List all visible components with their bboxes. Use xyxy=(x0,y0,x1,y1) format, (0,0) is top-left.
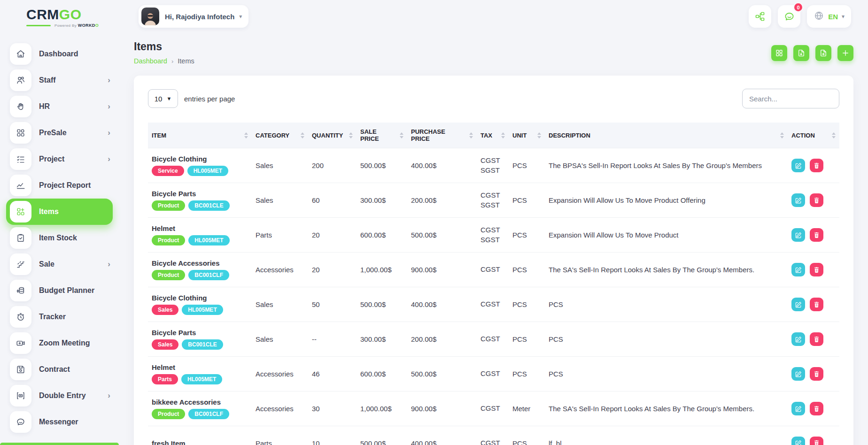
page-title: Items xyxy=(134,40,194,53)
sidebar-item-sale[interactable]: Sale › xyxy=(0,251,119,277)
item-name: fresh Item xyxy=(152,439,248,445)
chevron-right-icon: › xyxy=(108,391,110,400)
item-category: Sales xyxy=(252,183,308,218)
item-tax: CGST xyxy=(477,253,509,287)
item-purchase-price: 400.00$ xyxy=(407,148,477,183)
sidebar-item-items[interactable]: Items xyxy=(6,199,113,225)
sidebar-item-hr[interactable]: HR › xyxy=(0,93,119,120)
sidebar-item-project[interactable]: Project › xyxy=(0,146,119,172)
delete-button[interactable] xyxy=(810,159,823,172)
language-selector[interactable]: EN ▾ xyxy=(807,5,851,28)
delete-button[interactable] xyxy=(810,402,823,415)
logo-underline xyxy=(26,25,51,26)
column-header-description[interactable]: DESCRIPTION xyxy=(545,123,788,148)
item-description: PCS xyxy=(545,357,788,391)
home-icon xyxy=(10,43,31,65)
item-purchase-price: 900.00$ xyxy=(407,253,477,287)
item-type-badge: Product xyxy=(152,409,185,419)
grid-view-button[interactable] xyxy=(771,45,787,61)
item-name: bikkeee Accessories xyxy=(152,398,248,406)
add-item-button[interactable] xyxy=(837,45,853,61)
sidebar: CRMGO Powered By WORKDO Dashboard Staff … xyxy=(0,0,119,445)
sidebar-item-tracker[interactable]: Tracker xyxy=(0,304,119,330)
language-value: EN xyxy=(828,13,838,21)
item-sku-badge: BC001CLE xyxy=(188,200,229,211)
sidebar-item-label: Zoom Meeting xyxy=(39,339,90,347)
item-tax: CGST xyxy=(477,391,509,426)
edit-button[interactable] xyxy=(791,367,805,381)
task-list-icon xyxy=(10,148,31,170)
table-row: Bicycle Parts ProductBC001CLE Sales 60 3… xyxy=(148,183,839,218)
search-input[interactable] xyxy=(742,89,839,108)
edit-button[interactable] xyxy=(791,193,805,207)
item-tax: CGST xyxy=(477,322,509,357)
sidebar-item-project-report[interactable]: Project Report xyxy=(0,172,119,199)
item-category: Sales xyxy=(252,322,308,357)
column-header-unit[interactable]: UNIT xyxy=(509,123,545,148)
sidebar-item-item-stock[interactable]: Item Stock xyxy=(0,225,119,251)
delete-button[interactable] xyxy=(810,228,823,242)
item-description: Expansion Will Allow Us To Move Product … xyxy=(545,183,788,218)
delete-button[interactable] xyxy=(810,332,823,346)
table-row: Bicycle Clothing SalesHL005MET Sales 50 … xyxy=(148,287,839,322)
item-name: Bicycle Accessories xyxy=(152,259,248,267)
sidebar-item-zoom-meeting[interactable]: Zoom Meeting xyxy=(0,330,119,356)
delete-button[interactable] xyxy=(810,367,823,381)
item-unit: PCS xyxy=(509,148,545,183)
edit-button[interactable] xyxy=(791,402,805,415)
edit-button[interactable] xyxy=(791,298,805,311)
delete-button[interactable] xyxy=(810,298,823,311)
edit-button[interactable] xyxy=(791,263,805,276)
sidebar-item-staff[interactable]: Staff › xyxy=(0,67,119,93)
item-category: Accessories xyxy=(252,253,308,287)
item-purchase-price: 200.00$ xyxy=(407,183,477,218)
sidebar-item-double-entry[interactable]: Double Entry › xyxy=(0,383,119,409)
column-header-sale-price[interactable]: SALE PRICE xyxy=(356,123,407,148)
brand-logo: CRMGO Powered By WORKDO xyxy=(0,0,119,28)
item-type-badge: Product xyxy=(152,200,185,211)
chevron-right-icon: › xyxy=(108,128,110,138)
item-sale-price: 300.00$ xyxy=(356,322,407,357)
column-header-action[interactable]: ACTION xyxy=(788,123,839,148)
edit-button[interactable] xyxy=(791,228,805,242)
sidebar-item-budget-planner[interactable]: Budget Planner xyxy=(0,277,119,304)
item-purchase-price: 900.00$ xyxy=(407,391,477,426)
sidebar-item-label: PreSale xyxy=(39,129,67,137)
column-header-purchase-price[interactable]: PURCHASE PRICE xyxy=(407,123,477,148)
clipboard-check-icon xyxy=(10,227,31,249)
sidebar-item-label: Budget Planner xyxy=(39,286,94,295)
column-header-tax[interactable]: TAX xyxy=(477,123,509,148)
item-category: Accessories xyxy=(252,391,308,426)
column-header-item[interactable]: ITEM xyxy=(148,123,252,148)
plan-tree-button[interactable] xyxy=(749,5,771,28)
sidebar-item-contract[interactable]: Contract xyxy=(0,356,119,383)
breadcrumb: Dashboard › Items xyxy=(134,57,194,65)
import-file-button[interactable] xyxy=(793,45,809,61)
item-sku-badge: BC001CLF xyxy=(188,409,229,419)
item-sku-badge: HL005MET xyxy=(188,235,229,246)
messages-button[interactable]: 0 xyxy=(778,5,800,28)
sidebar-item-messenger[interactable]: Messenger xyxy=(0,409,119,435)
entries-per-page-select[interactable]: 10 ▼ xyxy=(148,89,178,108)
edit-button[interactable] xyxy=(791,159,805,172)
delete-button[interactable] xyxy=(810,193,823,207)
app-window: CRMGO Powered By WORKDO Dashboard Staff … xyxy=(0,0,868,445)
column-header-quantity[interactable]: QUANTITY xyxy=(308,123,356,148)
item-description: lf..bl.. xyxy=(545,426,788,445)
delete-button[interactable] xyxy=(810,437,823,445)
contract-save-icon xyxy=(10,359,31,380)
chevron-down-icon: ▾ xyxy=(239,13,242,20)
item-unit: PCS xyxy=(509,183,545,218)
breadcrumb-dashboard-link[interactable]: Dashboard xyxy=(134,57,167,65)
sidebar-item-presale[interactable]: PreSale › xyxy=(0,120,119,146)
sidebar-item-dashboard[interactable]: Dashboard xyxy=(0,41,119,67)
sort-icon xyxy=(349,132,353,138)
export-file-button[interactable] xyxy=(815,45,831,61)
column-header-category[interactable]: CATEGORY xyxy=(252,123,308,148)
user-menu[interactable]: Hi, Rajodiya Infotech ▾ xyxy=(139,5,248,28)
edit-button[interactable] xyxy=(791,332,805,346)
delete-button[interactable] xyxy=(810,263,823,276)
item-type-badge: Product xyxy=(152,270,185,280)
double-entry-icon xyxy=(10,385,31,407)
edit-button[interactable] xyxy=(791,437,805,445)
